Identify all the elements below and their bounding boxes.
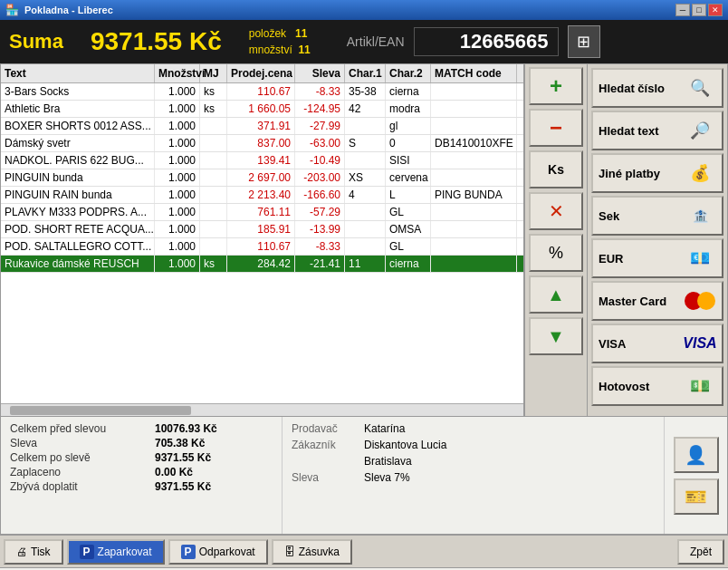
search-text-icon: 🔎: [684, 114, 716, 147]
seller-info-row: SlevaSleva 7%: [292, 471, 655, 484]
customer-action-panel: 👤 🎫: [664, 417, 727, 534]
table-row[interactable]: Athletic Bra1.000ks1 660.05-124.9542modr…: [1, 101, 523, 118]
table-row[interactable]: PINGUIN bunda1.0002 697.00-203.00XScerve…: [1, 169, 523, 187]
eur-btn[interactable]: EUR 💶: [591, 238, 723, 278]
table-row[interactable]: POD. SHORT RETE ACQUA...1.000185.91-13.9…: [1, 221, 523, 238]
icon-button-panel: + − Ks ✕ % ▲ ▼: [524, 63, 588, 417]
receipt-icon: 🏦: [684, 199, 716, 232]
window-title: Pokladna - Liberec: [24, 5, 674, 15]
down-btn[interactable]: ▼: [529, 317, 583, 355]
polozky-label: položek 11: [249, 25, 311, 42]
totals-panel: Celkem před slevou10076.93 KčSleva705.38…: [1, 417, 282, 534]
coins-icon: 💰: [684, 157, 716, 189]
mastercard-btn[interactable]: Master Card: [591, 281, 723, 321]
col-text-header: Text: [1, 64, 155, 82]
articl-block: Artikl/EAN 12665665 ⊞: [347, 25, 719, 58]
hotovost-btn[interactable]: Hotovost 💵: [591, 366, 723, 406]
table-row[interactable]: NADKOL. PARIS 622 BUG...1.000139.41-10.4…: [1, 152, 523, 169]
hledat-text-label: Hledat text: [599, 124, 678, 138]
articl-ean-label: Artikl/EAN: [347, 34, 405, 49]
table-row[interactable]: POD. SALTALLEGRO COTT...1.000110.67-8.33…: [1, 238, 523, 256]
visa-label: VISA: [599, 337, 678, 351]
search-person-icon: 🔍: [684, 72, 716, 104]
footer-buttons: 🖨 Tisk P Zaparkovat P Odparkovat 🗄 Zásuv…: [0, 535, 728, 567]
sek-label: Sek: [599, 209, 678, 223]
jine-platby-btn[interactable]: Jiné platby 💰: [591, 153, 723, 193]
minimize-btn[interactable]: ─: [675, 4, 690, 16]
zasuvka-label: Zásuvka: [299, 546, 340, 558]
totals-row: Zaplaceno0.00 Kč: [10, 466, 273, 478]
cash-icon: 💵: [684, 370, 716, 402]
seller-info-row: ZákazníkDiskantova Lucia: [292, 439, 655, 451]
col-char1-header: Char.1: [345, 64, 386, 82]
articl-ean-value: 12665665: [414, 27, 559, 56]
hotovost-label: Hotovost: [599, 380, 678, 393]
suma-label: Suma: [9, 30, 63, 53]
main-area: Text Množství MJ Prodej.cena Sleva Char.…: [0, 63, 728, 417]
zaparkovat-p-icon: P: [80, 545, 94, 559]
euro-icon: 💶: [684, 242, 716, 275]
mastercard-icon: [684, 285, 716, 317]
suma-value: 9371.55 Kč: [91, 27, 222, 56]
loyalty-card-btn[interactable]: 🎫: [674, 478, 719, 515]
eur-label: EUR: [599, 252, 678, 266]
visa-icon: VISA: [684, 327, 716, 360]
odparkovat-btn[interactable]: P Odparkovat: [168, 539, 268, 565]
maximize-btn[interactable]: □: [692, 4, 706, 16]
up-btn[interactable]: ▲: [529, 275, 583, 314]
minus-btn[interactable]: −: [529, 109, 583, 147]
col-char2-header: Char.2: [386, 64, 431, 82]
bottom-info: Celkem před slevou10076.93 KčSleva705.38…: [0, 417, 728, 535]
hledat-text-btn[interactable]: Hledat text 🔎: [591, 111, 723, 150]
add-btn[interactable]: +: [529, 67, 583, 105]
sek-btn[interactable]: Sek 🏦: [591, 196, 723, 236]
table-row[interactable]: BOXER SHORTS 0012 ASS...1.000371.91-27.9…: [1, 118, 523, 135]
mnozstvi-label: množství 11: [249, 42, 311, 58]
action-button-panel: Hledat číslo 🔍 Hledat text 🔎 Jiné platby…: [588, 63, 728, 417]
product-table: Text Množství MJ Prodej.cena Sleva Char.…: [0, 63, 524, 417]
hledat-cislo-btn[interactable]: Hledat číslo 🔍: [591, 68, 723, 108]
close-btn[interactable]: ✕: [708, 4, 723, 16]
hledat-cislo-label: Hledat číslo: [599, 82, 678, 95]
visa-btn[interactable]: VISA VISA: [591, 324, 723, 363]
odparkovat-label: Odparkovat: [199, 546, 255, 558]
totals-row: Zbývá doplatit9371.55 Kč: [10, 480, 273, 493]
totals-row: Celkem po slevě9371.55 Kč: [10, 451, 273, 464]
zasuvka-btn[interactable]: 🗄 Zásuvka: [272, 539, 352, 565]
calculator-btn[interactable]: ⊞: [568, 25, 600, 58]
print-icon: 🖨: [16, 546, 27, 558]
seller-info-row: ProdavačKatarína: [292, 422, 655, 435]
tisk-btn[interactable]: 🖨 Tisk: [4, 539, 63, 565]
col-match-header: MATCH code: [431, 64, 517, 82]
table-row[interactable]: Rukavice dámské REUSCH1.000ks284.42-21.4…: [1, 256, 523, 273]
col-prod-header: Prodej.cena: [227, 64, 295, 82]
delete-btn[interactable]: ✕: [529, 192, 583, 230]
col-sleva-header: Sleva: [295, 64, 345, 82]
table-header: Text Množství MJ Prodej.cena Sleva Char.…: [1, 64, 523, 83]
table-row[interactable]: Dámský svetr1.000837.00-63.00S0DB1410010…: [1, 135, 523, 152]
table-scrollbar[interactable]: [1, 403, 523, 416]
zaparkovat-label: Zaparkovat: [98, 546, 152, 558]
table-row[interactable]: PLAVKY M333 PODPRS. A...1.000761.11-57.2…: [1, 204, 523, 221]
jine-platby-label: Jiné platby: [599, 167, 678, 180]
totals-row: Sleva705.38 Kč: [10, 437, 273, 449]
zpet-label: Zpět: [690, 546, 712, 558]
col-mj-header: MJ: [200, 64, 227, 82]
seller-info-row: Bratislava: [292, 455, 655, 468]
customer-icon-btn[interactable]: 👤: [674, 437, 719, 473]
zasuvka-icon: 🗄: [284, 546, 295, 558]
seller-info-panel: ProdavačKatarínaZákazníkDiskantova Lucia…: [282, 417, 664, 534]
table-row[interactable]: 3-Bars Socks1.000ks110.67-8.3335-38ciern…: [1, 83, 523, 101]
table-row[interactable]: PINGUIN RAIN bunda1.0002 213.40-166.604L…: [1, 187, 523, 204]
totals-row: Celkem před slevou10076.93 Kč: [10, 422, 273, 435]
zpet-btn[interactable]: Zpět: [677, 539, 724, 565]
zaparkovat-btn[interactable]: P Zaparkovat: [67, 539, 165, 565]
mastercard-label: Master Card: [599, 295, 678, 308]
polozky-block: položek 11 množství 11: [249, 25, 311, 58]
col-mnoz-header: Množství: [155, 64, 200, 82]
ks-btn[interactable]: Ks: [529, 150, 583, 188]
percent-btn[interactable]: %: [529, 234, 583, 272]
titlebar: 🏪 Pokladna - Liberec ─ □ ✕: [0, 0, 728, 20]
sum-bar: Suma 9371.55 Kč položek 11 množství 11 A…: [0, 20, 728, 63]
window-icon: 🏪: [5, 4, 19, 16]
